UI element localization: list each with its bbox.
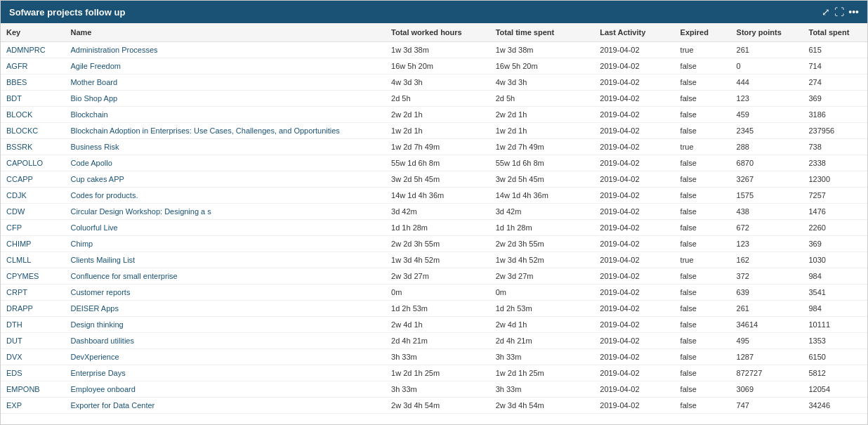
key-link[interactable]: CPYMES — [6, 272, 39, 280]
cell-spent: 4w 3d 3h — [490, 74, 595, 91]
cell-spent: 2d 5h — [490, 91, 595, 107]
table-row: CLMLL Clients Mailing List 1w 3d 4h 52m … — [1, 252, 867, 268]
key-link[interactable]: BSSRK — [6, 143, 32, 151]
cell-total: 3186 — [803, 107, 867, 123]
cell-activity: 2019-04-02 — [594, 333, 674, 349]
key-link[interactable]: CRPT — [6, 288, 27, 296]
expand-icon[interactable]: ⛶ — [834, 6, 844, 18]
col-header-total[interactable]: Total spent — [803, 23, 867, 42]
col-header-spent[interactable]: Total time spent — [490, 23, 595, 42]
name-link[interactable]: Customer reports — [70, 288, 130, 296]
key-link[interactable]: BBES — [6, 78, 27, 86]
name-link[interactable]: Bio Shop App — [70, 94, 117, 103]
key-link[interactable]: EMPONB — [6, 385, 40, 393]
name-link[interactable]: DevXperience — [70, 353, 119, 361]
cell-spent: 3h 33m — [490, 381, 595, 398]
name-link[interactable]: Agile Freedom — [70, 62, 121, 70]
col-header-activity[interactable]: Last Activity — [594, 23, 674, 42]
cell-spent: 1d 2h 53m — [490, 301, 595, 317]
cell-worked: 2d 5h — [386, 91, 490, 107]
cell-spent: 1w 2d 1h 25m — [490, 365, 595, 381]
move-icon[interactable]: ⤢ — [822, 6, 830, 18]
name-link[interactable]: Dashboard utilities — [70, 336, 134, 345]
projects-table: Key Name Total worked hours Total time s… — [1, 23, 867, 417]
name-link[interactable]: Blockchain Adoption in Enterprises: Use … — [70, 126, 339, 135]
cell-activity: 2019-04-02 — [594, 317, 674, 333]
key-link[interactable]: ADMNPRC — [6, 46, 46, 54]
col-header-worked[interactable]: Total worked hours — [386, 23, 490, 42]
cell-worked: 1d 1h 28m — [386, 220, 490, 236]
key-link[interactable]: AGFR — [6, 62, 28, 70]
col-header-key[interactable]: Key — [1, 23, 65, 42]
key-link[interactable]: CDW — [6, 207, 25, 216]
key-link[interactable]: CLMLL — [6, 256, 31, 264]
name-link[interactable]: Employee onboard — [70, 385, 135, 393]
name-link[interactable]: Confluence for small enterprise — [70, 272, 177, 280]
cell-name: Clients Mailing List — [65, 252, 386, 268]
name-link[interactable]: Business Risk — [70, 143, 119, 151]
more-icon[interactable]: ••• — [848, 6, 859, 18]
table-row: DVX DevXperience 3h 33m 3h 33m 2019-04-0… — [1, 349, 867, 365]
key-link[interactable]: CCAPP — [6, 175, 33, 183]
cell-expired: true — [675, 42, 731, 58]
key-link[interactable]: CAPOLLO — [6, 159, 43, 167]
cell-name: Enterprise Days — [65, 365, 386, 381]
cell-total: 2260 — [803, 220, 867, 236]
cell-spent: 3h 33m — [490, 349, 595, 365]
cell-expired: true — [675, 252, 731, 268]
cell-activity: 2019-04-02 — [594, 381, 674, 398]
cell-story: 3267 — [731, 171, 803, 188]
key-link[interactable]: DTH — [6, 320, 22, 329]
col-header-expired[interactable]: Expired — [675, 23, 731, 42]
name-link[interactable]: Design thinking — [70, 320, 123, 329]
name-link[interactable]: Code Apollo — [70, 159, 112, 167]
cell-activity: 2019-04-02 — [594, 171, 674, 188]
key-link[interactable]: CDJK — [6, 191, 27, 200]
cell-story: 747 — [731, 398, 803, 414]
key-link[interactable]: DRAPP — [6, 304, 33, 313]
main-window: Sofware projects follow up ⤢ ⛶ ••• Key N… — [0, 0, 868, 425]
key-link[interactable]: DVX — [6, 353, 22, 361]
col-header-story[interactable]: Story points — [731, 23, 803, 42]
col-header-name[interactable]: Name — [65, 23, 386, 42]
cell-key: CLMLL — [1, 252, 65, 268]
name-link[interactable]: Exporter for Data Center — [70, 401, 154, 410]
table-row: CDW Circular Design Workshop: Designing … — [1, 204, 867, 220]
cell-worked: 1w 2d 1h 25m — [386, 365, 490, 381]
key-link[interactable]: BLOCK — [6, 110, 32, 119]
cell-story: 444 — [731, 74, 803, 91]
name-link[interactable]: Cup cakes APP — [70, 175, 124, 183]
name-link[interactable]: Clients Mailing List — [70, 256, 135, 264]
key-link[interactable]: CHIMP — [6, 240, 31, 248]
key-link[interactable]: EXP — [6, 401, 22, 410]
key-link[interactable]: CFP — [6, 223, 22, 232]
cell-total: 7257 — [803, 188, 867, 204]
cell-story: 639 — [731, 285, 803, 301]
cell-activity: 2019-04-02 — [594, 58, 674, 74]
name-link[interactable]: Mother Board — [70, 78, 117, 86]
cell-worked: 3h 33m — [386, 381, 490, 398]
cell-story: 1287 — [731, 349, 803, 365]
key-link[interactable]: EDS — [6, 369, 22, 377]
key-link[interactable]: BLOCKC — [6, 126, 38, 135]
cell-total: 10111 — [803, 317, 867, 333]
cell-total: 1476 — [803, 204, 867, 220]
name-link[interactable]: Circular Design Workshop: Designing a s — [70, 207, 211, 216]
name-link[interactable]: Coluorful Live — [70, 223, 117, 232]
name-link[interactable]: DEISER Apps — [70, 304, 118, 313]
name-link[interactable]: Administration Processes — [70, 46, 157, 54]
table-row: BLOCK Blockchain 2w 2d 1h 2w 2d 1h 2019-… — [1, 107, 867, 123]
cell-key: CPYMES — [1, 268, 65, 285]
table-body: ADMNPRC Administration Processes 1w 3d 3… — [1, 42, 867, 417]
key-link[interactable]: BDT — [6, 94, 22, 103]
cell-name: Chimp — [65, 236, 386, 252]
title-bar-controls: ⤢ ⛶ ••• — [822, 6, 859, 18]
cell-activity: 2019-04-02 — [594, 398, 674, 414]
name-link[interactable]: Chimp — [70, 240, 93, 248]
name-link[interactable]: Blockchain — [70, 110, 107, 119]
table-row: BLOCKC Blockchain Adoption in Enterprise… — [1, 123, 867, 139]
cell-name: Dashboard utilities — [65, 333, 386, 349]
name-link[interactable]: Codes for products. — [70, 191, 138, 200]
key-link[interactable]: DUT — [6, 336, 22, 345]
name-link[interactable]: Enterprise Days — [70, 369, 125, 377]
